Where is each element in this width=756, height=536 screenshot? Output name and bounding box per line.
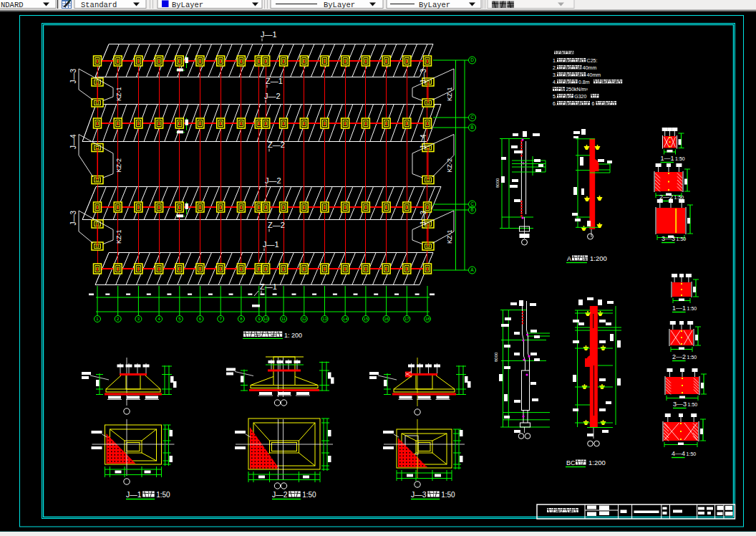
svg-text:J—2: J—2	[272, 490, 288, 499]
svg-text:6: 6	[591, 101, 594, 106]
svg-text:40mm: 40mm	[587, 72, 601, 77]
svg-text:3—3: 3—3	[673, 401, 687, 408]
svg-text:18: 18	[425, 317, 430, 321]
svg-text:1: 200: 1: 200	[284, 332, 302, 339]
svg-text:J—2: J—2	[265, 176, 281, 185]
svg-text:1.: 1.	[553, 58, 557, 63]
svg-text:KZ-2: KZ-2	[115, 158, 122, 173]
svg-text:C25:: C25:	[587, 58, 598, 63]
svg-text:1:50: 1:50	[302, 491, 316, 499]
svg-text:Standard: Standard	[81, 1, 117, 9]
svg-text:15: 15	[364, 317, 369, 321]
svg-text:1:50: 1:50	[156, 491, 170, 499]
svg-text:ByLayer: ByLayer	[172, 1, 203, 9]
svg-text:11: 11	[281, 317, 286, 321]
svg-text:8000: 8000	[495, 178, 500, 188]
svg-text:Z—1: Z—1	[260, 282, 277, 291]
svg-text:B: B	[470, 125, 473, 130]
svg-text:D: D	[470, 57, 474, 62]
svg-text:Z—2: Z—2	[268, 140, 285, 149]
svg-text:1—1: 1—1	[672, 305, 686, 312]
svg-text:16: 16	[384, 317, 389, 321]
svg-text:1:50: 1:50	[675, 156, 685, 161]
svg-text:5.: 5.	[553, 94, 557, 99]
svg-text:1:50: 1:50	[687, 451, 697, 456]
svg-text:KZ-1: KZ-1	[115, 87, 122, 101]
svg-text:J—3: J—3	[411, 490, 427, 499]
svg-text:ByLayer: ByLayer	[419, 1, 450, 9]
svg-text:6.: 6.	[553, 101, 557, 106]
svg-text:1:50: 1:50	[687, 355, 697, 360]
svg-text:J—1: J—1	[126, 490, 142, 499]
svg-text:250kN/m²: 250kN/m²	[566, 87, 588, 92]
svg-text:1:50: 1:50	[688, 402, 698, 407]
svg-text:J—1: J—1	[261, 30, 277, 39]
svg-text:14: 14	[343, 317, 348, 321]
svg-text:1:200: 1:200	[588, 459, 606, 466]
svg-text:J—4: J—4	[69, 134, 77, 149]
svg-text:J—1: J—1	[263, 240, 279, 249]
svg-text:J—3: J—3	[69, 69, 77, 84]
svg-text:1:50: 1:50	[677, 236, 687, 241]
svg-text:13: 13	[322, 317, 327, 321]
svg-text:2—2: 2—2	[672, 353, 686, 360]
svg-text:12: 12	[301, 317, 306, 321]
svg-text:4.: 4.	[553, 80, 557, 85]
svg-text:KZ-2: KZ-2	[446, 158, 453, 173]
svg-text:2.: 2.	[553, 65, 557, 70]
svg-text:Z—2: Z—2	[268, 221, 285, 229]
svg-text:C: C	[470, 115, 474, 120]
svg-text:1:50: 1:50	[687, 306, 697, 311]
svg-text:KZ-1: KZ-1	[446, 87, 453, 101]
svg-text:17: 17	[404, 317, 410, 321]
svg-text:J—3: J—3	[69, 211, 77, 226]
svg-text:3—3: 3—3	[662, 235, 675, 242]
svg-text:A: A	[567, 255, 571, 262]
svg-text:J—2: J—2	[264, 92, 281, 100]
svg-text:1—1: 1—1	[661, 155, 674, 162]
svg-text:G320: G320	[574, 94, 586, 99]
svg-text:4—4: 4—4	[672, 450, 685, 457]
svg-text:KZ-1: KZ-1	[115, 229, 122, 244]
svg-text:J—4: J—4	[420, 134, 427, 149]
svg-text:40mm: 40mm	[583, 65, 597, 70]
svg-text:1:50: 1:50	[674, 195, 684, 200]
svg-text:BC: BC	[566, 459, 576, 466]
svg-text:KZ-1: KZ-1	[446, 229, 453, 244]
svg-text:1:200: 1:200	[590, 254, 607, 262]
svg-text:A: A	[470, 267, 474, 272]
svg-text:ByLayer: ByLayer	[324, 1, 355, 9]
svg-text:Z—1: Z—1	[266, 77, 283, 85]
svg-text:1:50: 1:50	[441, 491, 455, 499]
svg-text:J—3: J—3	[420, 69, 427, 84]
svg-text:NDARD: NDARD	[1, 1, 24, 9]
svg-text:8000: 8000	[494, 352, 498, 362]
svg-text:J—3: J—3	[420, 211, 427, 226]
svg-text:C: C	[470, 201, 474, 206]
svg-text:B: B	[470, 207, 473, 212]
svg-text:3.: 3.	[553, 72, 557, 77]
svg-text:0.8m: 0.8m	[578, 80, 590, 85]
svg-text:10: 10	[263, 317, 268, 321]
